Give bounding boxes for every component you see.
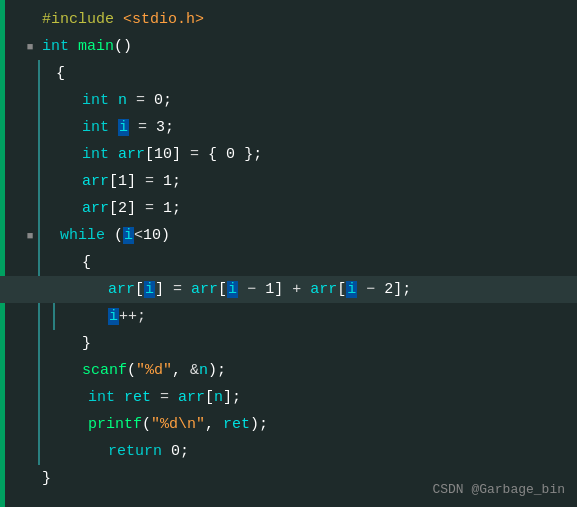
fold-icon-2[interactable]: ■ [24, 41, 36, 53]
line-3: { [0, 60, 577, 87]
line-12: i++; [0, 303, 577, 330]
code-block-main: int n = 0; int i = 3; int arr[10] = { 0 … [0, 87, 577, 465]
code-editor: #include <stdio.h> ■ int main() { int n … [0, 0, 577, 507]
while-block: arr[i] = arr[i − 1] + arr[i − 2]; i++; [0, 276, 577, 330]
line-14: scanf("%d", &n); [0, 357, 577, 384]
code-text: #include [42, 11, 123, 28]
line-10: { [0, 249, 577, 276]
line-15: int ret = arr[n]; [0, 384, 577, 411]
line-1: #include <stdio.h> [0, 6, 577, 33]
vline-main [38, 60, 40, 87]
gutter-2: ■ [8, 41, 36, 53]
line-16: printf("%d\n", ret); [0, 411, 577, 438]
line-9: ■ while (i<10) [0, 222, 577, 249]
line-17: return 0; [0, 438, 577, 465]
line-5: int i = 3; [0, 114, 577, 141]
line-11: arr[i] = arr[i − 1] + arr[i − 2]; [0, 276, 577, 303]
line-13: } [0, 330, 577, 357]
line-6: int arr[10] = { 0 }; [0, 141, 577, 168]
line-7: arr[1] = 1; [0, 168, 577, 195]
line-2: ■ int main() [0, 33, 577, 60]
line-8: arr[2] = 1; [0, 195, 577, 222]
line-4: int n = 0; [0, 87, 577, 114]
watermark: CSDN @Garbage_bin [432, 482, 565, 497]
fold-icon-while[interactable]: ■ [24, 230, 36, 242]
